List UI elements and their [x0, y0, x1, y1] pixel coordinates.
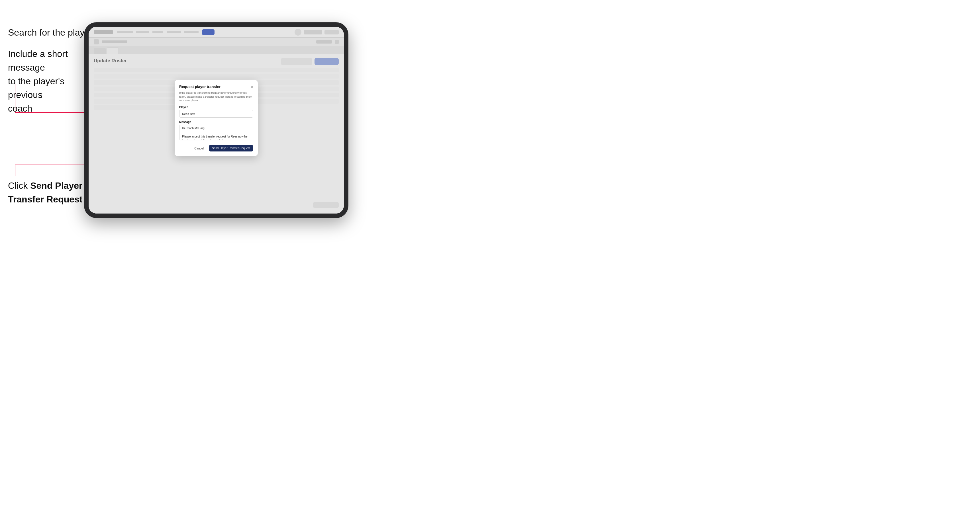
modal-header: Request player transfer × — [179, 84, 253, 89]
modal-overlay: Request player transfer × If the player … — [89, 27, 344, 214]
tablet-device: Update Roster — [84, 22, 348, 218]
annotation-message: Include a short messageto the player's p… — [8, 47, 85, 115]
modal-dialog: Request player transfer × If the player … — [175, 80, 258, 156]
modal-description: If the player is transferring from anoth… — [179, 91, 253, 103]
annotation-click: Click Send Player Transfer Request — [8, 179, 85, 206]
arrow-message-vertical — [15, 84, 15, 113]
annotation-search: Search for the player. — [8, 25, 95, 39]
modal-close-button[interactable]: × — [251, 84, 253, 89]
annotation-click-bold: Send Player Transfer Request — [8, 181, 82, 205]
tablet-screen: Update Roster — [89, 27, 344, 214]
player-field-label: Player — [179, 106, 253, 109]
player-input[interactable] — [179, 110, 253, 117]
arrow-click-vertical-bottom — [15, 165, 15, 176]
modal-title: Request player transfer — [179, 84, 221, 89]
cancel-button[interactable]: Cancel — [191, 146, 207, 151]
send-transfer-request-button[interactable]: Send Player Transfer Request — [209, 145, 253, 151]
modal-footer: Cancel Send Player Transfer Request — [179, 145, 253, 151]
message-textarea[interactable]: Hi Coach McHarg, Please accept this tran… — [179, 125, 253, 140]
message-field-label: Message — [179, 121, 253, 124]
